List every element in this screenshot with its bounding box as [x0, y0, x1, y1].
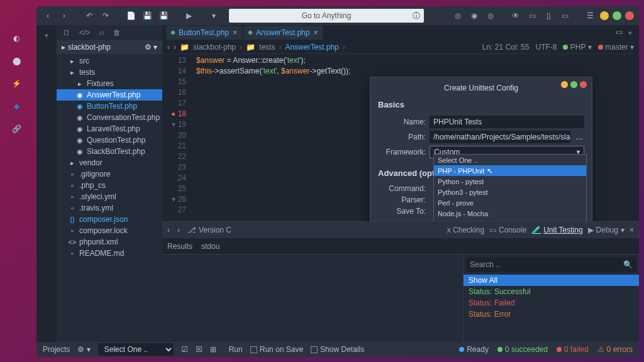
tree-item[interactable]: ◉SlackBotTest.php — [57, 146, 162, 157]
tree-item[interactable]: ▸src — [57, 55, 162, 67]
trash-icon[interactable]: 🗑 — [113, 28, 121, 37]
code-editor[interactable]: 1314151617● 18▾ 19202122232425▾ 2627 $an… — [162, 54, 639, 221]
tree-item[interactable]: ▸vendor — [57, 157, 162, 168]
editor-tab[interactable]: ButtonTest.php × — [166, 26, 242, 40]
projects-label[interactable]: Projects — [43, 345, 70, 354]
save-button[interactable]: 💾 — [141, 9, 153, 22]
tab-console[interactable]: ▭ Console — [489, 226, 526, 234]
close-icon[interactable] — [625, 11, 634, 20]
record-icon[interactable]: ◎ — [452, 9, 464, 22]
redo-button[interactable]: ↷ — [99, 9, 112, 22]
crumb-file[interactable]: AnswerTest.php — [285, 43, 338, 52]
browse-button[interactable]: … — [574, 133, 584, 141]
run-on-save-checkbox[interactable]: Run on Save — [250, 345, 303, 354]
name-input[interactable]: PHPUnit Tests — [430, 116, 584, 128]
split-icon[interactable]: ▭ — [616, 28, 623, 38]
record-icon[interactable]: ◉ — [468, 9, 480, 22]
framework-option[interactable]: Perl - prove — [434, 197, 586, 208]
maximize-icon[interactable] — [613, 11, 621, 20]
launcher-icon[interactable]: ◆ — [9, 99, 23, 113]
layout-icon[interactable]: ▯ — [542, 9, 555, 22]
framework-option[interactable]: Ruby - RSpec — [434, 219, 586, 221]
tree-item[interactable]: ◉LaravelTest.php — [57, 123, 162, 134]
close-icon[interactable]: × — [630, 226, 634, 234]
gear-icon[interactable]: ⚙ ▾ — [145, 43, 157, 52]
nav-left-icon[interactable]: ‹ — [167, 43, 170, 52]
nav-right-icon[interactable]: › — [177, 226, 180, 234]
launcher-icon[interactable]: ⬤ — [9, 54, 23, 68]
cancel-icon[interactable]: ☒ — [196, 345, 203, 354]
tab-debug[interactable]: ▶ Debug ▾ — [588, 226, 625, 234]
filter-show-all[interactable]: Show All — [464, 275, 639, 286]
framework-option[interactable]: Select One .. — [434, 155, 586, 165]
tree-item[interactable]: ◉ButtonTest.php — [57, 101, 162, 112]
launcher-icon[interactable]: ⚡ — [9, 77, 23, 90]
add-icon[interactable]: ＋ — [40, 29, 53, 41]
dropdown-button[interactable]: ▾ — [208, 9, 220, 22]
tree-item[interactable]: ▸tests — [57, 67, 162, 78]
dom-icon[interactable]: ▱ — [99, 28, 104, 37]
back-button[interactable]: ‹ — [42, 9, 54, 22]
language[interactable]: PHP — [570, 43, 586, 52]
close-icon[interactable]: × — [313, 28, 318, 37]
tab-syntax-checking[interactable]: x Checking — [447, 226, 484, 234]
framework-option[interactable]: Node.js - Mocha — [434, 208, 586, 219]
gear-icon[interactable]: ⚙ ▾ — [77, 345, 90, 354]
add-tab-icon[interactable]: ＋ — [626, 28, 634, 38]
filter-successful[interactable]: Status: Successful — [464, 286, 639, 297]
framework-option[interactable]: Python3 - pytest — [434, 187, 586, 197]
menu-icon[interactable]: ☰ — [584, 9, 596, 22]
tree-item[interactable]: ◉AnswerTest.php — [57, 89, 162, 101]
eye-icon[interactable]: 👁 — [509, 9, 522, 22]
minimize-icon[interactable] — [561, 81, 568, 88]
files-icon[interactable]: 🗋 — [63, 28, 70, 37]
git-branch[interactable]: master — [605, 43, 628, 52]
layout-icon[interactable]: ▭ — [526, 9, 538, 22]
launcher-icon[interactable]: ◐ — [9, 31, 23, 45]
run-button[interactable]: Run — [229, 345, 243, 354]
tab-stdout[interactable]: stdou — [201, 242, 219, 251]
tree-item[interactable]: ▫.travis.yml — [57, 202, 162, 214]
checkbox-icon[interactable]: ☑ — [181, 345, 188, 354]
nav-right-icon[interactable]: › — [174, 43, 176, 52]
new-file-button[interactable]: 📄 — [125, 9, 137, 22]
encoding[interactable]: UTF-8 — [535, 43, 557, 52]
crumb[interactable]: slackbot-php — [193, 43, 236, 52]
framework-option[interactable]: PHP - PHPUnit ↖ — [434, 165, 586, 176]
launcher-icon[interactable]: 🔗 — [9, 122, 23, 136]
editor-tab[interactable]: AnswerTest.php × — [243, 26, 323, 40]
undo-button[interactable]: ↶ — [83, 9, 96, 22]
help-icon[interactable]: ⓘ — [413, 11, 420, 21]
tree-item[interactable]: ▫composer.lock — [57, 225, 162, 236]
layout-icon[interactable]: ▭ — [558, 9, 571, 22]
save-all-button[interactable]: 💾 — [157, 9, 170, 22]
forward-button[interactable]: › — [58, 9, 70, 22]
tree-item[interactable]: ▫.php_cs — [57, 180, 162, 191]
tree-item[interactable]: {}composer.json — [57, 214, 162, 225]
close-icon[interactable] — [580, 81, 587, 88]
tab-unit-testing[interactable]: 🧪 Unit Testing — [531, 226, 582, 234]
crumb[interactable]: tests — [259, 43, 275, 52]
tab-results[interactable]: Results — [167, 242, 192, 251]
framework-option[interactable]: Python - pytest — [434, 176, 586, 187]
tree-item[interactable]: ◉ConversationTest.php — [57, 112, 162, 123]
nav-left-icon[interactable]: ‹ — [167, 226, 170, 234]
tree-item[interactable]: <>phpunit.xml — [57, 236, 162, 248]
tree-item[interactable]: ▫.gitignore — [57, 168, 162, 180]
filter-failed[interactable]: Status: Failed — [464, 297, 639, 309]
tree-item[interactable]: ◉QuestionTest.php — [57, 134, 162, 146]
tree-item[interactable]: ▸Fixtures — [57, 78, 162, 89]
path-input[interactable]: /home/nathan/Projects/Samples/tests/slac… — [430, 131, 570, 143]
code-icon[interactable]: </> — [79, 28, 90, 37]
minimize-icon[interactable] — [600, 11, 609, 20]
tree-item[interactable]: ▫.styleci.yml — [57, 191, 162, 202]
run-button[interactable]: ▶ — [182, 9, 195, 22]
show-details-checkbox[interactable]: Show Details — [311, 345, 364, 354]
tree-item[interactable]: ▫README.md — [57, 248, 162, 259]
add-icon[interactable]: ⊞ — [210, 345, 216, 354]
config-select[interactable]: Select One .. — [98, 343, 174, 356]
close-icon[interactable]: × — [233, 28, 237, 37]
goto-input[interactable]: Go to Anything ⓘ — [229, 9, 424, 23]
project-header[interactable]: ▸ slackbot-php ⚙ ▾ — [57, 40, 162, 54]
filter-error[interactable]: Status: Error — [464, 309, 639, 320]
